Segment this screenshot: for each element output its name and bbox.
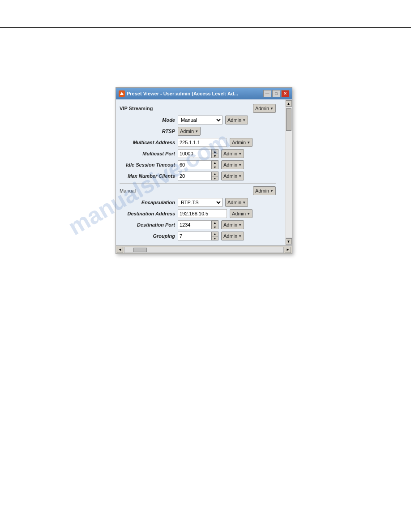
max-number-clients-up[interactable]: ▲ xyxy=(211,172,218,176)
destination-port-admin-button[interactable]: Admin ▼ xyxy=(221,220,244,229)
destination-port-down[interactable]: ▼ xyxy=(211,225,218,229)
multicast-port-admin-text: Admin xyxy=(223,151,237,156)
max-number-clients-input[interactable] xyxy=(178,172,211,180)
grouping-row: Grouping ▲ ▼ Admin ▼ xyxy=(120,232,276,240)
mode-select[interactable]: Manual Auto xyxy=(178,116,223,124)
idle-session-timeout-spinner: ▲ ▼ xyxy=(178,160,218,169)
scroll-up-button[interactable]: ▲ xyxy=(286,100,292,107)
dialog-title: Preset Viewer - User:admin (Access Level… xyxy=(127,91,238,96)
vip-streaming-admin-text: Admin xyxy=(255,106,269,111)
mode-admin-button[interactable]: Admin ▼ xyxy=(225,116,248,124)
grouping-admin-button[interactable]: Admin ▼ xyxy=(221,232,244,240)
encapsulation-admin-text: Admin xyxy=(227,200,241,205)
divider xyxy=(120,183,276,184)
max-number-clients-spinner: ▲ ▼ xyxy=(178,172,218,180)
multicast-address-row: Multicast Address Admin ▼ xyxy=(120,138,276,147)
destination-port-row: Destination Port ▲ ▼ Admin ▼ xyxy=(120,220,276,229)
max-number-clients-label: Max Number Clients xyxy=(120,173,178,179)
encapsulation-admin-button[interactable]: Admin ▼ xyxy=(225,198,248,207)
multicast-address-label: Multicast Address xyxy=(120,140,178,145)
vip-streaming-section-header: VIP Streaming Admin ▼ xyxy=(120,104,276,113)
manual-admin-arrow: ▼ xyxy=(270,189,274,193)
encapsulation-select[interactable]: RTP-TS UDP-TS xyxy=(178,198,223,207)
vip-streaming-admin-arrow: ▼ xyxy=(270,107,274,111)
idle-session-timeout-up[interactable]: ▲ xyxy=(211,160,218,165)
multicast-address-input[interactable] xyxy=(178,138,227,147)
destination-address-row: Destination Address Admin ▼ xyxy=(120,209,276,218)
idle-session-timeout-admin-button[interactable]: Admin ▼ xyxy=(221,160,244,169)
destination-port-spinner: ▲ ▼ xyxy=(178,220,218,229)
horizontal-scrollbar[interactable]: ◄ ► xyxy=(116,245,292,253)
grouping-up[interactable]: ▲ xyxy=(211,232,218,236)
manual-section-header: Manual Admin ▼ xyxy=(120,186,276,195)
horizontal-scroll-track[interactable] xyxy=(124,247,284,253)
multicast-address-admin-text: Admin xyxy=(232,140,246,145)
idle-session-timeout-label: Idle Session Timeout xyxy=(120,162,178,167)
max-number-clients-admin-arrow: ▼ xyxy=(238,174,242,178)
grouping-spinner-buttons: ▲ ▼ xyxy=(211,232,218,240)
minimize-button[interactable]: — xyxy=(263,90,271,97)
multicast-port-row: Multicast Port ▲ ▼ Admin ▼ xyxy=(120,149,276,158)
mode-admin-text: Admin xyxy=(227,117,241,123)
vertical-scrollbar[interactable]: ▲ ▼ xyxy=(285,99,292,245)
multicast-port-spinner: ▲ ▼ xyxy=(178,149,218,158)
idle-session-timeout-input[interactable] xyxy=(178,160,211,169)
title-bar: Preset Viewer - User:admin (Access Level… xyxy=(116,88,292,99)
rtsp-admin-button[interactable]: Admin ▼ xyxy=(178,127,201,136)
rtsp-admin-arrow: ▼ xyxy=(195,129,198,133)
multicast-port-spinner-buttons: ▲ ▼ xyxy=(211,149,218,158)
manual-admin-button[interactable]: Admin ▼ xyxy=(253,186,276,195)
multicast-port-down[interactable]: ▼ xyxy=(211,154,218,158)
destination-address-input[interactable] xyxy=(178,209,227,218)
destination-port-input[interactable] xyxy=(178,220,211,229)
idle-session-timeout-spinner-buttons: ▲ ▼ xyxy=(211,160,218,169)
multicast-port-input[interactable] xyxy=(178,149,211,158)
dialog-window: Preset Viewer - User:admin (Access Level… xyxy=(116,87,292,254)
grouping-input[interactable] xyxy=(178,232,211,240)
multicast-port-admin-button[interactable]: Admin ▼ xyxy=(221,149,244,158)
max-number-clients-spinner-buttons: ▲ ▼ xyxy=(211,172,218,180)
destination-port-admin-text: Admin xyxy=(223,222,237,227)
grouping-admin-arrow: ▼ xyxy=(238,234,242,238)
scroll-track[interactable] xyxy=(286,107,292,237)
grouping-admin-text: Admin xyxy=(223,233,237,239)
app-icon xyxy=(119,90,125,97)
vip-streaming-admin-button[interactable]: Admin ▼ xyxy=(253,104,276,113)
encapsulation-admin-arrow: ▼ xyxy=(242,201,246,205)
multicast-port-admin-arrow: ▼ xyxy=(238,152,242,156)
multicast-port-up[interactable]: ▲ xyxy=(211,149,218,154)
maximize-button[interactable]: □ xyxy=(272,90,280,97)
manual-admin-text: Admin xyxy=(255,188,269,193)
scroll-left-button[interactable]: ◄ xyxy=(117,247,123,253)
close-button[interactable]: ✕ xyxy=(281,90,289,97)
vip-streaming-label: VIP Streaming xyxy=(120,106,153,111)
title-bar-left: Preset Viewer - User:admin (Access Level… xyxy=(119,90,238,97)
idle-session-timeout-down[interactable]: ▼ xyxy=(211,165,218,169)
max-number-clients-admin-text: Admin xyxy=(223,173,237,179)
destination-port-up[interactable]: ▲ xyxy=(211,220,218,225)
destination-address-admin-button[interactable]: Admin ▼ xyxy=(230,209,253,218)
mode-row: Mode Manual Auto Admin ▼ xyxy=(120,116,276,124)
idle-session-timeout-admin-text: Admin xyxy=(223,162,237,167)
mode-admin-arrow: ▼ xyxy=(242,118,246,122)
dialog-content: VIP Streaming Admin ▼ Mode Manual Auto A… xyxy=(116,99,285,245)
scroll-right-button[interactable]: ► xyxy=(285,247,291,253)
scroll-thumb[interactable] xyxy=(286,108,291,131)
grouping-down[interactable]: ▼ xyxy=(211,236,218,240)
title-bar-buttons: — □ ✕ xyxy=(263,90,289,97)
rtsp-label: RTSP xyxy=(120,129,178,134)
manual-label: Manual xyxy=(120,188,136,193)
rtsp-admin-text: Admin xyxy=(180,129,194,134)
multicast-address-admin-button[interactable]: Admin ▼ xyxy=(230,138,253,147)
destination-port-spinner-buttons: ▲ ▼ xyxy=(211,220,218,229)
multicast-port-label: Multicast Port xyxy=(120,151,178,156)
max-number-clients-down[interactable]: ▼ xyxy=(211,176,218,180)
scroll-down-button[interactable]: ▼ xyxy=(286,238,292,245)
horizontal-scroll-thumb[interactable] xyxy=(133,248,147,252)
max-number-clients-admin-button[interactable]: Admin ▼ xyxy=(221,172,244,180)
encapsulation-row: Encapsulation RTP-TS UDP-TS Admin ▼ xyxy=(120,198,276,207)
destination-port-admin-arrow: ▼ xyxy=(238,223,242,227)
destination-address-label: Destination Address xyxy=(120,211,178,216)
idle-session-timeout-admin-arrow: ▼ xyxy=(238,163,242,167)
encapsulation-label: Encapsulation xyxy=(120,200,178,205)
